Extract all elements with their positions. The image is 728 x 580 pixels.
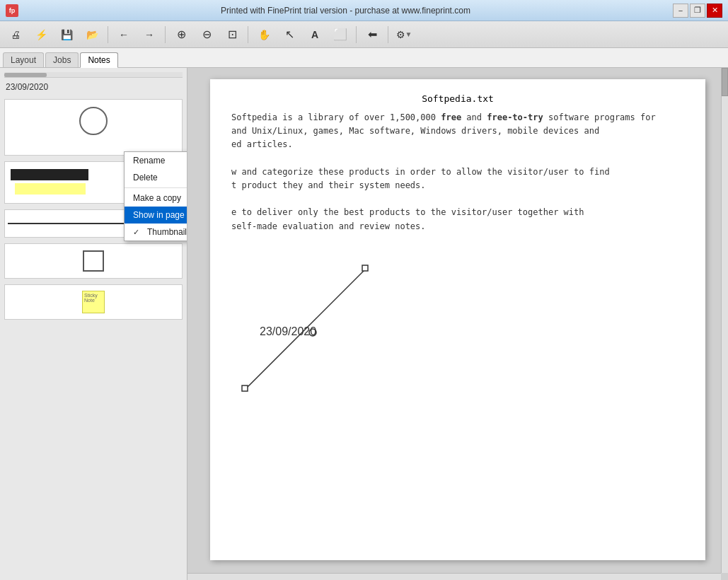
menu-item-make-copy[interactable]: Make a copy — [125, 190, 187, 207]
open-button[interactable]: 📂 — [81, 24, 103, 45]
tab-row: Layout Jobs Notes — [0, 48, 728, 68]
context-menu: Rename F2 Delete Del Make a copy Show in… — [124, 151, 187, 241]
pan-button[interactable]: ✋ — [253, 24, 275, 45]
title-bar: fp Printed with FinePrint trial version … — [0, 0, 728, 21]
title-bar-controls: − ❐ ✕ — [673, 4, 722, 18]
note-preview-rect[interactable] — [4, 243, 183, 279]
separator-2 — [165, 26, 166, 43]
content-area: Softpedia.txt Softpedia is a library of … — [187, 68, 728, 580]
menu-item-thumbnails-label: Thumbnails — [147, 227, 187, 237]
quick-print-button[interactable]: ⚡ — [30, 24, 52, 45]
annotation-container: 23/09/2020 — [231, 262, 684, 417]
note-preview-sticky[interactable]: Sticky Note — [4, 284, 183, 320]
title-bar-left: fp — [6, 4, 18, 17]
separator-5 — [388, 26, 388, 43]
zoom-in-button[interactable]: ⊕ — [170, 24, 192, 45]
page-text-line-4: w and categorize these products in order… — [231, 167, 610, 177]
page-text-line-1: Softpedia is a library of over 1,500,000… — [231, 112, 656, 122]
menu-separator-1 — [125, 187, 187, 188]
menu-item-show-in-page-menu-label: Show in page menu — [133, 210, 187, 220]
vertical-scrollbar[interactable] — [721, 68, 728, 573]
sticky-note-shape: Sticky Note — [82, 291, 105, 313]
settings-button[interactable]: ⚙▼ — [393, 24, 415, 45]
minimize-button[interactable]: − — [673, 4, 688, 18]
frame-button[interactable]: ⬜ — [329, 24, 352, 45]
main-layout: 23/09/2020 St — [0, 68, 728, 580]
menu-item-delete[interactable]: Delete Del — [125, 169, 187, 186]
tab-layout[interactable]: Layout — [3, 52, 44, 67]
delete-button[interactable]: ⬅ — [361, 24, 383, 45]
note-preview-circle[interactable] — [4, 99, 183, 156]
app-logo: fp — [6, 4, 18, 17]
scroll-thumb-v[interactable] — [722, 68, 728, 96]
sidebar-date: 23/09/2020 — [4, 81, 183, 93]
fit-page-button[interactable]: ⊡ — [221, 24, 243, 45]
page-text-line-3: ed articles. — [231, 139, 293, 149]
restore-button[interactable]: ❐ — [690, 4, 705, 18]
svg-rect-1 — [242, 385, 248, 391]
print-button[interactable]: 🖨 — [4, 24, 27, 45]
menu-item-rename[interactable]: Rename F2 — [125, 152, 187, 169]
thumbnails-check-icon: ✓ — [133, 228, 144, 237]
menu-item-rename-label: Rename — [133, 156, 165, 166]
tab-notes[interactable]: Notes — [80, 52, 117, 68]
menu-item-show-in-page-menu[interactable]: Show in page menu — [125, 207, 187, 224]
menu-item-delete-label: Delete — [133, 173, 158, 182]
tab-jobs[interactable]: Jobs — [45, 52, 79, 67]
back-button[interactable]: ← — [112, 24, 135, 45]
page-text: Softpedia is a library of over 1,500,000… — [231, 111, 684, 233]
menu-item-thumbnails[interactable]: ✓ Thumbnails — [125, 224, 187, 240]
separator-1 — [108, 26, 108, 43]
zoom-out-button[interactable]: ⊖ — [195, 24, 218, 45]
page-text-line-6: e to deliver only the best products to t… — [231, 207, 584, 217]
svg-rect-2 — [362, 265, 368, 271]
sidebar-resize-handle[interactable] — [183, 68, 187, 580]
title-bar-text: Printed with FinePrint trial version - p… — [18, 6, 673, 16]
sidebar: 23/09/2020 St — [0, 68, 187, 580]
circle-shape — [79, 107, 108, 135]
black-bar-shape — [11, 169, 88, 180]
rect-shape — [83, 250, 104, 272]
page-text-line-2: and Unix/Linux, games, Mac software, Win… — [231, 126, 599, 136]
save-button[interactable]: 💾 — [55, 24, 78, 45]
text-button[interactable]: A — [304, 24, 326, 45]
horizontal-scrollbar[interactable] — [187, 573, 721, 580]
separator-3 — [248, 26, 248, 43]
toolbar: 🖨 ⚡ 💾 📂 ← → ⊕ ⊖ ⊡ ✋ ↖ A ⬜ ⬅ ⚙▼ — [0, 21, 728, 48]
page-text-line-5: t product they and their system needs. — [231, 180, 426, 190]
page-canvas: Softpedia.txt Softpedia is a library of … — [210, 79, 705, 560]
menu-item-make-copy-label: Make a copy — [133, 193, 181, 203]
page-text-line-7: self-made evaluation and review notes. — [231, 221, 426, 231]
page-title: Softpedia.txt — [231, 93, 684, 104]
yellow-bar-shape — [15, 183, 86, 195]
select-button[interactable]: ↖ — [278, 24, 301, 45]
separator-4 — [356, 26, 357, 43]
annotation-date: 23/09/2020 — [260, 325, 316, 338]
close-button[interactable]: ✕ — [707, 4, 722, 18]
forward-button[interactable]: → — [138, 24, 161, 45]
